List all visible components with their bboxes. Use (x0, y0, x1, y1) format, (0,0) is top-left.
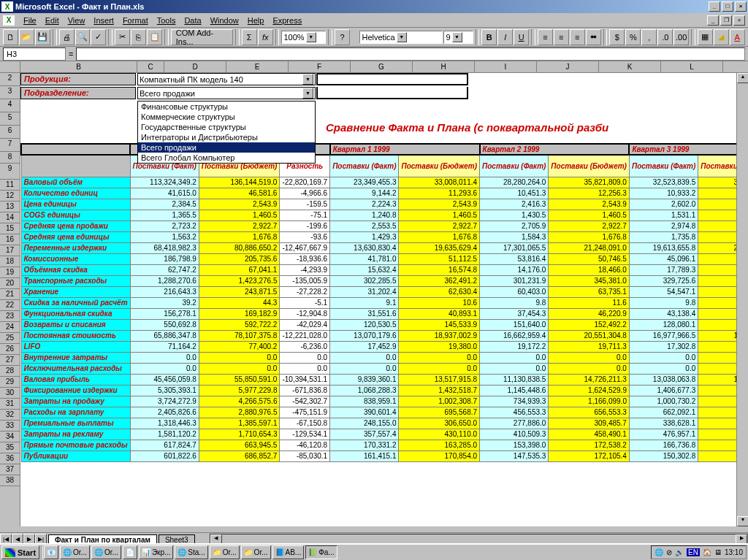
menu-edit[interactable]: Edit (41, 15, 64, 26)
cell[interactable]: 1,563.2 (130, 231, 199, 242)
cell[interactable]: 277,886.0 (480, 418, 549, 429)
cell[interactable]: 1,584.3 (480, 231, 549, 242)
row-header[interactable]: 11 (0, 180, 20, 191)
tray-icon[interactable]: 🔊 (675, 548, 684, 556)
row-header[interactable]: 29 (0, 377, 20, 388)
cell[interactable]: 153,398.0 (480, 440, 549, 450)
cell[interactable]: -129,534.1 (280, 429, 330, 440)
fontsize-combo[interactable]: 9▼ (443, 31, 473, 44)
row-header[interactable]: 18 (0, 256, 20, 267)
cell[interactable]: 170,854.0 (399, 450, 480, 461)
product-dropdown[interactable]: Компактный ПК модель 140 ▼ (137, 73, 316, 85)
chevron-down-icon[interactable]: ▼ (302, 88, 313, 99)
cell[interactable]: 46,581.6 (199, 188, 280, 199)
cell[interactable]: 1,288,270.6 (130, 275, 199, 286)
cell[interactable]: 838,959.1 (330, 396, 399, 407)
cell[interactable]: 1,240.8 (330, 210, 399, 220)
inc-decimal-icon[interactable]: .0 (657, 29, 673, 45)
division-dropdown[interactable]: Всего продажи ▼ (137, 87, 316, 99)
cell[interactable]: 1,735.8 (629, 231, 698, 242)
col-header[interactable]: E (226, 61, 289, 72)
cell[interactable]: 113,324,349.2 (130, 177, 199, 188)
cell[interactable]: 78,107,375.8 (199, 330, 280, 341)
dropdown-item[interactable]: Интеграторы и Дистрибьютеры (138, 132, 315, 142)
menu-express[interactable]: Express (268, 15, 306, 26)
col-header[interactable]: H (413, 61, 475, 72)
cell[interactable]: 456,553.3 (480, 407, 549, 418)
cell[interactable]: 0.0 (629, 352, 698, 363)
menu-tools[interactable]: Tools (153, 15, 180, 26)
cell[interactable]: 248,155.0 (330, 418, 399, 429)
cell[interactable]: 1,460.5 (549, 210, 630, 220)
taskbar-item-active[interactable]: 📗Фа... (305, 545, 337, 559)
row-header[interactable]: 15 (0, 223, 20, 234)
row-header[interactable]: 9 (0, 164, 20, 180)
cell[interactable]: -12,904.8 (280, 308, 330, 319)
bold-icon[interactable]: B (481, 29, 497, 45)
cell[interactable]: 2,723.2 (130, 220, 199, 231)
row-header[interactable]: 31 (0, 399, 20, 410)
cell[interactable]: 9.1 (330, 297, 399, 308)
print-icon[interactable]: 🖨 (59, 29, 75, 45)
row-header[interactable]: 14 (0, 212, 20, 223)
col-header[interactable]: J (537, 61, 599, 72)
cell[interactable]: 71,164.2 (130, 341, 199, 352)
cell[interactable]: 3,724,272.9 (130, 396, 199, 407)
open-icon[interactable]: 📂 (19, 29, 34, 45)
cell[interactable]: 19,613,655.8 (629, 242, 698, 253)
cell[interactable]: 1,068,288.3 (330, 385, 399, 396)
cell[interactable]: 136,144,519.0 (199, 177, 280, 188)
row-header[interactable]: 12 (0, 191, 20, 202)
cell[interactable]: 734,939.3 (480, 396, 549, 407)
fill-color-icon[interactable]: ◢ (714, 29, 729, 45)
cell[interactable]: 1,460.5 (399, 210, 480, 220)
cell[interactable]: -67,150.8 (280, 418, 330, 429)
cell[interactable]: 345,381.0 (549, 275, 630, 286)
dropdown-item[interactable]: Всего Глобал Компьютер (138, 153, 315, 163)
font-color-icon[interactable]: A (730, 29, 745, 45)
row-header[interactable]: 27 (0, 355, 20, 366)
formula-input[interactable] (76, 47, 745, 61)
align-left-icon[interactable]: ≡ (538, 29, 553, 45)
cell[interactable]: 1,430.5 (480, 210, 549, 220)
copy-icon[interactable]: ⎘ (131, 29, 146, 45)
cell[interactable]: 33,008,011.4 (399, 177, 480, 188)
cell[interactable]: 458,490.1 (549, 429, 630, 440)
cell[interactable]: 13,038,063.8 (629, 374, 698, 385)
cell[interactable]: 362,491.2 (399, 275, 480, 286)
menu-help[interactable]: Help (243, 15, 269, 26)
cell[interactable]: 16,977,966.5 (629, 330, 698, 341)
dropdown-item[interactable]: Государственные структуры (138, 122, 315, 132)
scroll-up-icon[interactable]: ▲ (737, 73, 748, 83)
cell[interactable]: 2,543.9 (549, 199, 630, 210)
doc-restore-button[interactable]: ❐ (720, 15, 732, 26)
dropdown-item[interactable]: Коммерческие структуры (138, 112, 315, 122)
cell[interactable]: 151,640.0 (480, 319, 549, 330)
cell[interactable]: 1,318,446.3 (130, 418, 199, 429)
cell[interactable]: 68,418,982.3 (130, 242, 199, 253)
cell[interactable]: 1,145,448.6 (480, 385, 549, 396)
cell[interactable]: -22,820,169.7 (280, 177, 330, 188)
cell[interactable]: 1,581,120.2 (130, 429, 199, 440)
row-header[interactable]: 25 (0, 333, 20, 344)
cell[interactable]: 12,256.3 (549, 188, 630, 199)
taskbar-item[interactable]: 📁Or... (210, 545, 240, 559)
cell[interactable]: 54,547.1 (629, 286, 698, 297)
cell[interactable]: -199.6 (280, 220, 330, 231)
cell[interactable]: 1,710,654.3 (199, 429, 280, 440)
currency-icon[interactable]: $ (609, 29, 625, 45)
menu-view[interactable]: View (64, 15, 90, 26)
cell[interactable]: 1,531.1 (629, 210, 698, 220)
cell[interactable]: 0.0 (629, 363, 698, 374)
row-header[interactable]: 28 (0, 366, 20, 377)
cell[interactable]: 45,096.1 (629, 253, 698, 264)
cell[interactable]: -4,966.6 (280, 188, 330, 199)
cell[interactable]: 1,676.8 (199, 231, 280, 242)
chevron-down-icon[interactable]: ▼ (306, 32, 316, 42)
cell[interactable]: 35,821,809.0 (549, 177, 630, 188)
cell[interactable]: 186,798.9 (130, 253, 199, 264)
taskbar-item[interactable]: 📘АВ... (272, 545, 305, 559)
tray-icon[interactable]: 🏠 (703, 548, 711, 556)
cell[interactable]: 39.2 (130, 297, 199, 308)
cell[interactable]: 19,380.0 (399, 341, 480, 352)
